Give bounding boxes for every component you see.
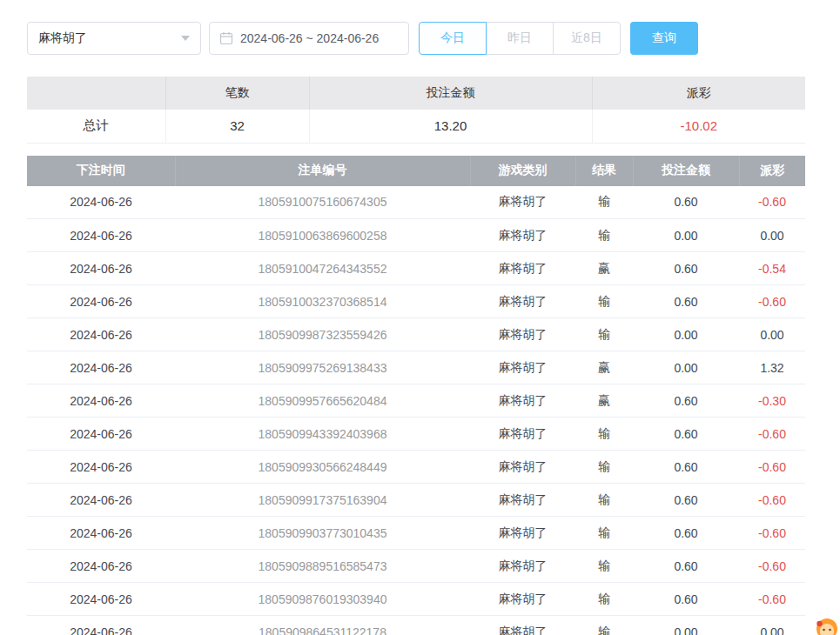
cell-bet-id: 1805909876019303940: [175, 583, 470, 616]
chevron-down-icon: [181, 36, 190, 41]
last-8-days-button[interactable]: 近8日: [553, 22, 621, 55]
cell-payout: -0.60: [739, 285, 805, 318]
cell-result: 输: [575, 550, 633, 583]
cell-payout: 0.00: [739, 318, 805, 351]
cell-bet-time: 2024-06-26: [27, 451, 175, 484]
cell-game-type: 麻将胡了: [470, 484, 575, 517]
cell-game-type: 麻将胡了: [470, 318, 575, 351]
cell-bet-amount: 0.00: [633, 616, 739, 635]
today-button[interactable]: 今日: [419, 22, 487, 55]
record-row: 2024-06-261805910075160674305麻将胡了输0.60-0…: [27, 186, 805, 219]
records-header-bet-amount: 投注金额: [633, 156, 739, 186]
cell-payout: -0.60: [739, 418, 805, 451]
cell-bet-time: 2024-06-26: [27, 517, 175, 550]
cell-result: 输: [575, 517, 633, 550]
records-header-game-type: 游戏类别: [470, 156, 575, 186]
summary-total-label: 总计: [27, 110, 165, 143]
cell-bet-id: 1805909943392403968: [175, 418, 470, 451]
cell-result: 输: [575, 418, 633, 451]
cell-payout: -0.54: [739, 252, 805, 285]
cell-bet-amount: 0.60: [633, 384, 739, 418]
record-row: 2024-06-261805909864531122178麻将胡了输0.000.…: [27, 616, 805, 635]
game-select-value: 麻将胡了: [38, 30, 87, 46]
customer-service-icon[interactable]: [814, 616, 838, 635]
summary-count-value: 32: [165, 110, 309, 143]
records-table: 下注时间 注单编号 游戏类别 结果 投注金额 派彩 2024-06-261805…: [27, 156, 805, 635]
cell-bet-amount: 0.60: [633, 186, 739, 219]
cell-payout: -0.60: [739, 550, 805, 583]
summary-header-bet-amount: 投注金额: [309, 77, 592, 110]
cell-result: 输: [575, 186, 633, 219]
cell-bet-id: 1805910032370368514: [175, 285, 470, 318]
cell-result: 输: [575, 318, 633, 351]
cell-bet-amount: 0.00: [633, 219, 739, 252]
records-header-row: 下注时间 注单编号 游戏类别 结果 投注金额 派彩: [27, 156, 805, 186]
cell-bet-time: 2024-06-26: [27, 318, 175, 351]
filter-bar: 麻将胡了 2024-06-26 ~ 2024-06-26 今日 昨日 近8日 查…: [27, 22, 805, 55]
record-row: 2024-06-261805909876019303940麻将胡了输0.60-0…: [27, 583, 805, 616]
cell-bet-id: 1805909975269138433: [175, 351, 470, 384]
cell-bet-time: 2024-06-26: [27, 583, 175, 616]
record-row: 2024-06-261805909975269138433麻将胡了赢0.001.…: [27, 351, 805, 384]
cell-bet-time: 2024-06-26: [27, 616, 175, 635]
cell-bet-amount: 0.60: [633, 418, 739, 451]
records-header-payout: 派彩: [739, 156, 805, 186]
cell-game-type: 麻将胡了: [470, 252, 575, 285]
cell-payout: 0.00: [739, 219, 805, 252]
record-row: 2024-06-261805909957665620484麻将胡了赢0.60-0…: [27, 384, 805, 418]
cell-bet-id: 1805909864531122178: [175, 616, 470, 635]
record-row: 2024-06-261805910063869600258麻将胡了输0.000.…: [27, 219, 805, 252]
cell-result: 输: [575, 484, 633, 517]
cell-game-type: 麻将胡了: [470, 351, 575, 384]
cell-result: 输: [575, 451, 633, 484]
query-button[interactable]: 查询: [630, 22, 698, 55]
date-range-picker[interactable]: 2024-06-26 ~ 2024-06-26: [209, 22, 409, 55]
cell-bet-time: 2024-06-26: [27, 484, 175, 517]
records-header-bet-id: 注单编号: [175, 156, 470, 186]
yesterday-button[interactable]: 昨日: [486, 22, 554, 55]
cell-payout: 0.00: [739, 616, 805, 635]
records-header-result: 结果: [575, 156, 633, 186]
cell-bet-amount: 0.60: [633, 285, 739, 318]
cell-result: 输: [575, 285, 633, 318]
summary-bet-amount-value: 13.20: [309, 110, 592, 143]
bet-records-page: 麻将胡了 2024-06-26 ~ 2024-06-26 今日 昨日 近8日 查…: [0, 0, 840, 635]
summary-total-row: 总计 32 13.20 -10.02: [27, 110, 805, 143]
game-select[interactable]: 麻将胡了: [27, 22, 201, 55]
cell-bet-id: 1805909917375163904: [175, 484, 470, 517]
cell-bet-id: 1805909987323559426: [175, 318, 470, 351]
record-row: 2024-06-261805909987323559426麻将胡了输0.000.…: [27, 318, 805, 351]
record-row: 2024-06-261805909943392403968麻将胡了输0.60-0…: [27, 418, 805, 451]
record-row: 2024-06-261805910032370368514麻将胡了输0.60-0…: [27, 285, 805, 318]
cell-game-type: 麻将胡了: [470, 384, 575, 418]
cell-game-type: 麻将胡了: [470, 616, 575, 635]
cell-bet-id: 1805910075160674305: [175, 186, 470, 219]
cell-bet-amount: 0.60: [633, 252, 739, 285]
cell-bet-time: 2024-06-26: [27, 219, 175, 252]
summary-table: 笔数 投注金额 派彩 总计 32 13.20 -10.02: [27, 77, 805, 144]
cell-bet-id: 1805909889516585473: [175, 550, 470, 583]
cell-game-type: 麻将胡了: [470, 583, 575, 616]
cell-bet-amount: 0.60: [633, 451, 739, 484]
cell-payout: -0.60: [739, 583, 805, 616]
date-range-value: 2024-06-26 ~ 2024-06-26: [240, 31, 379, 45]
cell-bet-time: 2024-06-26: [27, 418, 175, 451]
cell-bet-amount: 0.00: [633, 351, 739, 384]
cell-bet-amount: 0.60: [633, 517, 739, 550]
cell-game-type: 麻将胡了: [470, 186, 575, 219]
record-row: 2024-06-261805909889516585473麻将胡了输0.60-0…: [27, 550, 805, 583]
cell-result: 赢: [575, 384, 633, 418]
summary-header-row: 笔数 投注金额 派彩: [27, 77, 805, 110]
cell-bet-id: 1805910047264343552: [175, 252, 470, 285]
cell-bet-id: 1805909903773010435: [175, 517, 470, 550]
cell-payout: 1.32: [739, 351, 805, 384]
cell-result: 赢: [575, 252, 633, 285]
cell-game-type: 麻将胡了: [470, 418, 575, 451]
cell-bet-id: 1805909930566248449: [175, 451, 470, 484]
quick-date-button-group: 今日 昨日 近8日: [419, 22, 621, 55]
record-row: 2024-06-261805909903773010435麻将胡了输0.60-0…: [27, 517, 805, 550]
cell-game-type: 麻将胡了: [470, 550, 575, 583]
cell-bet-time: 2024-06-26: [27, 252, 175, 285]
summary-header-count: 笔数: [165, 77, 309, 110]
cell-bet-id: 1805910063869600258: [175, 219, 470, 252]
